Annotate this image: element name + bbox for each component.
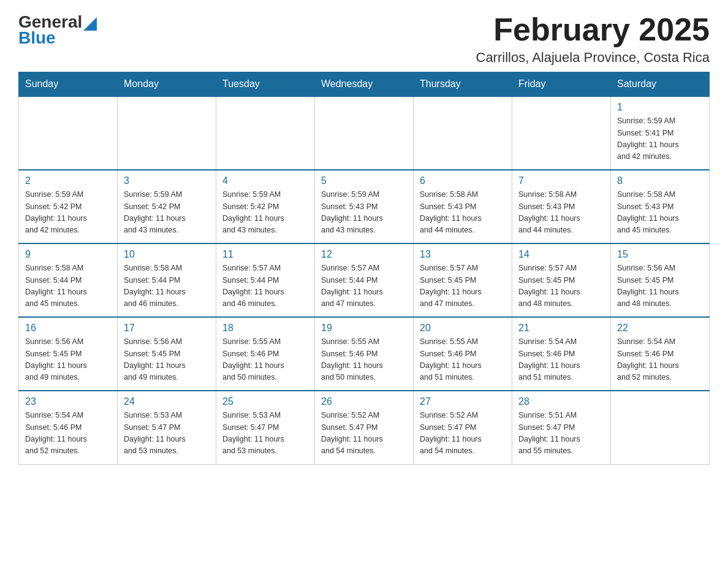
day-info: Sunrise: 5:52 AMSunset: 5:47 PMDaylight:… <box>420 410 506 458</box>
day-number: 18 <box>222 323 308 334</box>
col-tuesday: Tuesday <box>216 72 315 97</box>
table-row: 1Sunrise: 5:59 AMSunset: 5:41 PMDaylight… <box>611 96 710 170</box>
day-info: Sunrise: 5:59 AMSunset: 5:43 PMDaylight:… <box>321 189 407 237</box>
day-number: 1 <box>617 102 703 113</box>
location-title: Carrillos, Alajuela Province, Costa Rica <box>476 50 710 66</box>
table-row: 23Sunrise: 5:54 AMSunset: 5:46 PMDayligh… <box>19 391 118 464</box>
day-number: 20 <box>420 323 506 334</box>
day-info: Sunrise: 5:58 AMSunset: 5:43 PMDaylight:… <box>518 189 604 237</box>
table-row <box>512 96 611 170</box>
table-row: 14Sunrise: 5:57 AMSunset: 5:45 PMDayligh… <box>512 243 611 317</box>
month-title: February 2025 <box>476 12 710 47</box>
day-info: Sunrise: 5:59 AMSunset: 5:42 PMDaylight:… <box>222 189 308 237</box>
table-row: 16Sunrise: 5:56 AMSunset: 5:45 PMDayligh… <box>19 317 118 391</box>
day-number: 16 <box>25 323 111 334</box>
day-info: Sunrise: 5:56 AMSunset: 5:45 PMDaylight:… <box>25 336 111 384</box>
day-number: 24 <box>124 396 210 407</box>
day-info: Sunrise: 5:56 AMSunset: 5:45 PMDaylight:… <box>124 336 210 384</box>
day-info: Sunrise: 5:58 AMSunset: 5:44 PMDaylight:… <box>25 262 111 310</box>
table-row: 19Sunrise: 5:55 AMSunset: 5:46 PMDayligh… <box>315 317 414 391</box>
day-number: 13 <box>420 249 506 260</box>
calendar-table: Sunday Monday Tuesday Wednesday Thursday… <box>18 72 710 465</box>
col-monday: Monday <box>118 72 216 97</box>
day-number: 26 <box>321 396 407 407</box>
col-saturday: Saturday <box>611 72 710 97</box>
day-number: 17 <box>124 323 210 334</box>
day-info: Sunrise: 5:57 AMSunset: 5:44 PMDaylight:… <box>222 262 308 310</box>
table-row: 15Sunrise: 5:56 AMSunset: 5:45 PMDayligh… <box>611 243 710 317</box>
day-number: 23 <box>25 396 111 407</box>
day-info: Sunrise: 5:54 AMSunset: 5:46 PMDaylight:… <box>518 336 604 384</box>
calendar-week-row: 2Sunrise: 5:59 AMSunset: 5:42 PMDaylight… <box>19 170 710 243</box>
day-number: 5 <box>321 175 407 186</box>
day-info: Sunrise: 5:52 AMSunset: 5:47 PMDaylight:… <box>321 410 407 458</box>
table-row: 9Sunrise: 5:58 AMSunset: 5:44 PMDaylight… <box>19 243 118 317</box>
table-row <box>216 96 315 170</box>
day-number: 22 <box>617 323 703 334</box>
table-row: 24Sunrise: 5:53 AMSunset: 5:47 PMDayligh… <box>118 391 216 464</box>
day-number: 15 <box>617 249 703 260</box>
day-info: Sunrise: 5:57 AMSunset: 5:45 PMDaylight:… <box>518 262 604 310</box>
table-row: 13Sunrise: 5:57 AMSunset: 5:45 PMDayligh… <box>414 243 512 317</box>
day-info: Sunrise: 5:56 AMSunset: 5:45 PMDaylight:… <box>617 262 703 310</box>
table-row: 18Sunrise: 5:55 AMSunset: 5:46 PMDayligh… <box>216 317 315 391</box>
table-row: 6Sunrise: 5:58 AMSunset: 5:43 PMDaylight… <box>414 170 512 243</box>
day-number: 19 <box>321 323 407 334</box>
day-number: 14 <box>518 249 604 260</box>
col-sunday: Sunday <box>19 72 118 97</box>
table-row: 7Sunrise: 5:58 AMSunset: 5:43 PMDaylight… <box>512 170 611 243</box>
day-info: Sunrise: 5:53 AMSunset: 5:47 PMDaylight:… <box>124 410 210 458</box>
table-row: 21Sunrise: 5:54 AMSunset: 5:46 PMDayligh… <box>512 317 611 391</box>
day-info: Sunrise: 5:57 AMSunset: 5:44 PMDaylight:… <box>321 262 407 310</box>
table-row: 3Sunrise: 5:59 AMSunset: 5:42 PMDaylight… <box>118 170 216 243</box>
calendar-week-row: 1Sunrise: 5:59 AMSunset: 5:41 PMDaylight… <box>19 96 710 170</box>
day-number: 11 <box>222 249 308 260</box>
day-info: Sunrise: 5:58 AMSunset: 5:43 PMDaylight:… <box>617 189 703 237</box>
day-info: Sunrise: 5:51 AMSunset: 5:47 PMDaylight:… <box>518 410 604 458</box>
table-row: 5Sunrise: 5:59 AMSunset: 5:43 PMDaylight… <box>315 170 414 243</box>
table-row: 4Sunrise: 5:59 AMSunset: 5:42 PMDaylight… <box>216 170 315 243</box>
day-number: 6 <box>420 175 506 186</box>
day-info: Sunrise: 5:58 AMSunset: 5:44 PMDaylight:… <box>124 262 210 310</box>
day-info: Sunrise: 5:55 AMSunset: 5:46 PMDaylight:… <box>222 336 308 384</box>
table-row: 26Sunrise: 5:52 AMSunset: 5:47 PMDayligh… <box>315 391 414 464</box>
table-row: 12Sunrise: 5:57 AMSunset: 5:44 PMDayligh… <box>315 243 414 317</box>
table-row <box>315 96 414 170</box>
day-number: 2 <box>25 175 111 186</box>
day-info: Sunrise: 5:54 AMSunset: 5:46 PMDaylight:… <box>25 410 111 458</box>
day-number: 21 <box>518 323 604 334</box>
col-thursday: Thursday <box>414 72 512 97</box>
table-row: 27Sunrise: 5:52 AMSunset: 5:47 PMDayligh… <box>414 391 512 464</box>
calendar-header-row: Sunday Monday Tuesday Wednesday Thursday… <box>19 72 710 97</box>
day-info: Sunrise: 5:58 AMSunset: 5:43 PMDaylight:… <box>420 189 506 237</box>
day-number: 10 <box>124 249 210 260</box>
day-info: Sunrise: 5:54 AMSunset: 5:46 PMDaylight:… <box>617 336 703 384</box>
day-info: Sunrise: 5:57 AMSunset: 5:45 PMDaylight:… <box>420 262 506 310</box>
table-row: 22Sunrise: 5:54 AMSunset: 5:46 PMDayligh… <box>611 317 710 391</box>
table-row: 28Sunrise: 5:51 AMSunset: 5:47 PMDayligh… <box>512 391 611 464</box>
day-number: 7 <box>518 175 604 186</box>
table-row: 17Sunrise: 5:56 AMSunset: 5:45 PMDayligh… <box>118 317 216 391</box>
day-info: Sunrise: 5:55 AMSunset: 5:46 PMDaylight:… <box>321 336 407 384</box>
table-row <box>19 96 118 170</box>
calendar-week-row: 9Sunrise: 5:58 AMSunset: 5:44 PMDaylight… <box>19 243 710 317</box>
day-info: Sunrise: 5:59 AMSunset: 5:41 PMDaylight:… <box>617 115 703 163</box>
day-number: 3 <box>124 175 210 186</box>
col-wednesday: Wednesday <box>315 72 414 97</box>
calendar-week-row: 23Sunrise: 5:54 AMSunset: 5:46 PMDayligh… <box>19 391 710 464</box>
table-row <box>414 96 512 170</box>
day-info: Sunrise: 5:59 AMSunset: 5:42 PMDaylight:… <box>25 189 111 237</box>
day-number: 27 <box>420 396 506 407</box>
day-info: Sunrise: 5:53 AMSunset: 5:47 PMDaylight:… <box>222 410 308 458</box>
day-number: 9 <box>25 249 111 260</box>
logo-blue: Blue <box>18 28 97 48</box>
table-row: 2Sunrise: 5:59 AMSunset: 5:42 PMDaylight… <box>19 170 118 243</box>
day-number: 12 <box>321 249 407 260</box>
page-header: General Blue February 2025 Carrillos, Al… <box>18 12 710 66</box>
day-info: Sunrise: 5:59 AMSunset: 5:42 PMDaylight:… <box>124 189 210 237</box>
table-row <box>118 96 216 170</box>
table-row: 25Sunrise: 5:53 AMSunset: 5:47 PMDayligh… <box>216 391 315 464</box>
day-number: 25 <box>222 396 308 407</box>
table-row: 11Sunrise: 5:57 AMSunset: 5:44 PMDayligh… <box>216 243 315 317</box>
day-number: 28 <box>518 396 604 407</box>
